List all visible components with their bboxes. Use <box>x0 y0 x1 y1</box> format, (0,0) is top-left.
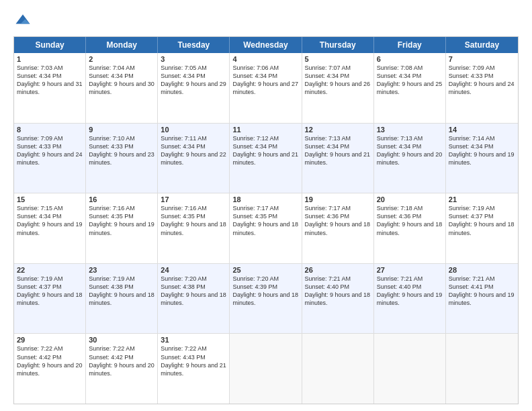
cell-info: Sunrise: 7:10 AM Sunset: 4:33 PM Dayligh… <box>89 134 154 167</box>
cell-info: Sunrise: 7:19 AM Sunset: 4:37 PM Dayligh… <box>449 204 515 237</box>
day-number: 13 <box>377 126 443 134</box>
cal-cell-4-5: 26Sunrise: 7:21 AM Sunset: 4:40 PM Dayli… <box>302 264 374 334</box>
calendar-header: Sunday Monday Tuesday Wednesday Thursday… <box>14 37 518 53</box>
day-number: 20 <box>377 195 443 203</box>
day-number: 6 <box>377 55 443 63</box>
day-number: 4 <box>232 55 298 63</box>
cal-cell-2-2: 9Sunrise: 7:10 AM Sunset: 4:33 PM Daylig… <box>86 124 158 193</box>
header-monday: Monday <box>86 37 158 53</box>
page: Sunday Monday Tuesday Wednesday Thursday… <box>0 0 532 411</box>
cell-info: Sunrise: 7:05 AM Sunset: 4:34 PM Dayligh… <box>161 64 226 97</box>
day-number: 29 <box>17 336 83 344</box>
day-number: 3 <box>161 55 226 63</box>
cal-cell-4-7: 28Sunrise: 7:21 AM Sunset: 4:41 PM Dayli… <box>446 264 518 334</box>
header <box>13 12 519 31</box>
cell-info: Sunrise: 7:07 AM Sunset: 4:34 PM Dayligh… <box>305 64 371 97</box>
calendar: Sunday Monday Tuesday Wednesday Thursday… <box>13 36 519 404</box>
day-number: 15 <box>17 195 83 203</box>
cal-cell-3-2: 16Sunrise: 7:16 AM Sunset: 4:35 PM Dayli… <box>86 193 158 263</box>
cell-info: Sunrise: 7:19 AM Sunset: 4:38 PM Dayligh… <box>89 275 154 308</box>
cell-info: Sunrise: 7:15 AM Sunset: 4:34 PM Dayligh… <box>17 204 83 237</box>
cell-info: Sunrise: 7:09 AM Sunset: 4:33 PM Dayligh… <box>17 134 83 167</box>
day-number: 19 <box>305 195 371 203</box>
cell-info: Sunrise: 7:22 AM Sunset: 4:42 PM Dayligh… <box>17 345 83 377</box>
day-number: 11 <box>232 126 298 134</box>
cal-cell-5-5 <box>302 334 374 404</box>
cell-info: Sunrise: 7:21 AM Sunset: 4:40 PM Dayligh… <box>377 275 443 308</box>
cal-cell-1-2: 2Sunrise: 7:04 AM Sunset: 4:34 PM Daylig… <box>86 53 158 123</box>
cell-info: Sunrise: 7:16 AM Sunset: 4:35 PM Dayligh… <box>161 204 226 237</box>
day-number: 25 <box>232 266 298 274</box>
cell-info: Sunrise: 7:19 AM Sunset: 4:37 PM Dayligh… <box>17 275 83 308</box>
cell-info: Sunrise: 7:21 AM Sunset: 4:41 PM Dayligh… <box>449 275 515 308</box>
cal-cell-4-3: 24Sunrise: 7:20 AM Sunset: 4:38 PM Dayli… <box>158 264 230 334</box>
cell-info: Sunrise: 7:13 AM Sunset: 4:34 PM Dayligh… <box>377 134 443 167</box>
cal-cell-3-4: 18Sunrise: 7:17 AM Sunset: 4:35 PM Dayli… <box>230 193 302 263</box>
day-number: 1 <box>17 55 83 63</box>
day-number: 10 <box>161 126 226 134</box>
day-number: 23 <box>89 266 154 274</box>
cell-info: Sunrise: 7:06 AM Sunset: 4:34 PM Dayligh… <box>232 64 298 97</box>
cell-info: Sunrise: 7:22 AM Sunset: 4:43 PM Dayligh… <box>161 345 226 377</box>
cell-info: Sunrise: 7:22 AM Sunset: 4:42 PM Dayligh… <box>89 345 154 377</box>
cal-cell-1-4: 4Sunrise: 7:06 AM Sunset: 4:34 PM Daylig… <box>230 53 302 123</box>
cal-cell-3-5: 19Sunrise: 7:17 AM Sunset: 4:36 PM Dayli… <box>302 193 374 263</box>
cell-info: Sunrise: 7:20 AM Sunset: 4:39 PM Dayligh… <box>232 275 298 308</box>
day-number: 21 <box>449 195 515 203</box>
header-tuesday: Tuesday <box>158 37 230 53</box>
cell-info: Sunrise: 7:08 AM Sunset: 4:34 PM Dayligh… <box>377 64 443 97</box>
day-number: 22 <box>17 266 83 274</box>
cal-cell-2-1: 8Sunrise: 7:09 AM Sunset: 4:33 PM Daylig… <box>14 124 86 193</box>
day-number: 31 <box>161 336 226 344</box>
cal-cell-5-6 <box>374 334 446 404</box>
calendar-row-5: 29Sunrise: 7:22 AM Sunset: 4:42 PM Dayli… <box>14 334 518 404</box>
day-number: 24 <box>161 266 226 274</box>
cal-cell-3-7: 21Sunrise: 7:19 AM Sunset: 4:37 PM Dayli… <box>446 193 518 263</box>
day-number: 30 <box>89 336 154 344</box>
cell-info: Sunrise: 7:16 AM Sunset: 4:35 PM Dayligh… <box>89 204 154 237</box>
cell-info: Sunrise: 7:18 AM Sunset: 4:36 PM Dayligh… <box>377 204 443 237</box>
day-number: 17 <box>161 195 226 203</box>
header-wednesday: Wednesday <box>230 37 302 53</box>
cal-cell-4-6: 27Sunrise: 7:21 AM Sunset: 4:40 PM Dayli… <box>374 264 446 334</box>
cal-cell-5-1: 29Sunrise: 7:22 AM Sunset: 4:42 PM Dayli… <box>14 334 86 404</box>
cell-info: Sunrise: 7:09 AM Sunset: 4:33 PM Dayligh… <box>449 64 515 97</box>
cal-cell-5-7 <box>446 334 518 404</box>
logo-icon <box>13 12 32 31</box>
cal-cell-3-3: 17Sunrise: 7:16 AM Sunset: 4:35 PM Dayli… <box>158 193 230 263</box>
cell-info: Sunrise: 7:20 AM Sunset: 4:38 PM Dayligh… <box>161 275 226 308</box>
day-number: 14 <box>449 126 515 134</box>
day-number: 8 <box>17 126 83 134</box>
day-number: 16 <box>89 195 154 203</box>
cal-cell-2-4: 11Sunrise: 7:12 AM Sunset: 4:34 PM Dayli… <box>230 124 302 193</box>
calendar-body: 1Sunrise: 7:03 AM Sunset: 4:34 PM Daylig… <box>14 53 518 404</box>
cal-cell-2-5: 12Sunrise: 7:13 AM Sunset: 4:34 PM Dayli… <box>302 124 374 193</box>
cal-cell-4-2: 23Sunrise: 7:19 AM Sunset: 4:38 PM Dayli… <box>86 264 158 334</box>
day-number: 2 <box>89 55 154 63</box>
calendar-row-4: 22Sunrise: 7:19 AM Sunset: 4:37 PM Dayli… <box>14 264 518 334</box>
calendar-row-2: 8Sunrise: 7:09 AM Sunset: 4:33 PM Daylig… <box>14 124 518 194</box>
cal-cell-5-2: 30Sunrise: 7:22 AM Sunset: 4:42 PM Dayli… <box>86 334 158 404</box>
header-thursday: Thursday <box>302 37 374 53</box>
cal-cell-1-6: 6Sunrise: 7:08 AM Sunset: 4:34 PM Daylig… <box>374 53 446 123</box>
day-number: 7 <box>449 55 515 63</box>
cell-info: Sunrise: 7:17 AM Sunset: 4:36 PM Dayligh… <box>305 204 371 237</box>
day-number: 12 <box>305 126 371 134</box>
cal-cell-2-3: 10Sunrise: 7:11 AM Sunset: 4:34 PM Dayli… <box>158 124 230 193</box>
calendar-row-3: 15Sunrise: 7:15 AM Sunset: 4:34 PM Dayli… <box>14 193 518 264</box>
cal-cell-4-1: 22Sunrise: 7:19 AM Sunset: 4:37 PM Dayli… <box>14 264 86 334</box>
day-number: 27 <box>377 266 443 274</box>
cal-cell-1-7: 7Sunrise: 7:09 AM Sunset: 4:33 PM Daylig… <box>446 53 518 123</box>
cal-cell-1-3: 3Sunrise: 7:05 AM Sunset: 4:34 PM Daylig… <box>158 53 230 123</box>
calendar-row-1: 1Sunrise: 7:03 AM Sunset: 4:34 PM Daylig… <box>14 53 518 124</box>
cal-cell-3-1: 15Sunrise: 7:15 AM Sunset: 4:34 PM Dayli… <box>14 193 86 263</box>
header-friday: Friday <box>374 37 446 53</box>
cal-cell-5-3: 31Sunrise: 7:22 AM Sunset: 4:43 PM Dayli… <box>158 334 230 404</box>
day-number: 26 <box>305 266 371 274</box>
cell-info: Sunrise: 7:12 AM Sunset: 4:34 PM Dayligh… <box>232 134 298 167</box>
cal-cell-3-6: 20Sunrise: 7:18 AM Sunset: 4:36 PM Dayli… <box>374 193 446 263</box>
cal-cell-1-5: 5Sunrise: 7:07 AM Sunset: 4:34 PM Daylig… <box>302 53 374 123</box>
cal-cell-5-4 <box>230 334 302 404</box>
day-number: 28 <box>449 266 515 274</box>
day-number: 18 <box>232 195 298 203</box>
